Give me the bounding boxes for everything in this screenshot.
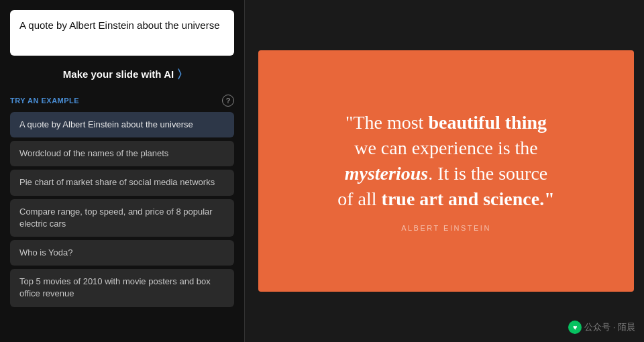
try-example-label: TRY AN EXAMPLE: [10, 97, 79, 105]
example-item-4[interactable]: Compare range, top speed, and price of 8…: [10, 199, 234, 237]
example-item-5[interactable]: Who is Yoda?: [10, 240, 234, 266]
example-item-3[interactable]: Pie chart of market share of social medi…: [10, 170, 234, 195]
search-input[interactable]: [10, 10, 234, 56]
author-text: ALBERT EINSTEIN: [401, 224, 491, 232]
example-item-1[interactable]: A quote by Albert Einstein about the uni…: [10, 112, 234, 137]
quote-open: "The most: [345, 112, 428, 133]
left-panel: Make your slide with AI 〉 TRY AN EXAMPLE…: [0, 0, 245, 342]
examples-list: A quote by Albert Einstein about the uni…: [10, 112, 234, 342]
quote-source: . It is the source: [428, 163, 547, 184]
example-item-6[interactable]: Top 5 movies of 2010 with movie posters …: [10, 269, 234, 306]
make-slide-label: Make your slide with AI: [63, 68, 174, 80]
quote-mysterious: mysterious: [345, 163, 428, 184]
make-slide-button[interactable]: Make your slide with AI 〉: [10, 62, 234, 85]
watermark: ♥ 公众号 · 陌晨: [568, 321, 635, 334]
help-icon[interactable]: ?: [222, 95, 234, 107]
example-item-2[interactable]: Wordcloud of the names of the planets: [10, 141, 234, 166]
try-example-header: TRY AN EXAMPLE ?: [10, 95, 234, 107]
quote-content: "The most beautiful thing we can experie…: [337, 110, 554, 211]
quote-beautiful-thing: beautiful thing: [428, 112, 547, 133]
slide-preview: "The most beautiful thing we can experie…: [258, 50, 634, 292]
arrow-icon: 〉: [178, 68, 181, 80]
quote-true-art: true art and science.": [382, 188, 555, 209]
main-container: Make your slide with AI 〉 TRY AN EXAMPLE…: [0, 0, 644, 342]
wechat-icon: ♥: [568, 321, 582, 334]
watermark-text: 公众号 · 陌晨: [584, 321, 635, 333]
quote-of-all: of all: [337, 188, 381, 209]
quote-line2: we can experience is the: [354, 137, 538, 158]
right-panel: "The most beautiful thing we can experie…: [245, 0, 644, 342]
